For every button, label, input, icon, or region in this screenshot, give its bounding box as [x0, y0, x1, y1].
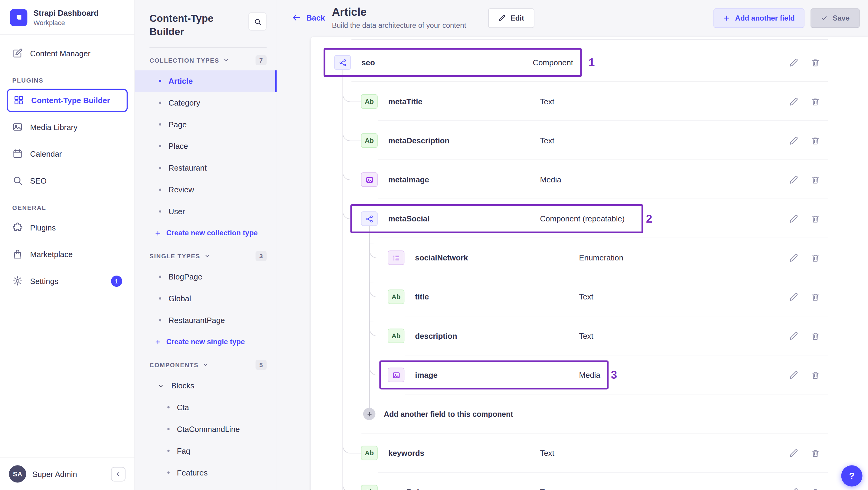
- edit-field-button[interactable]: [789, 331, 798, 341]
- field-name: image: [415, 370, 438, 379]
- delete-field-button[interactable]: [810, 97, 820, 106]
- collection-type-user[interactable]: User: [135, 201, 277, 222]
- edit-field-button[interactable]: [789, 58, 798, 67]
- single-type-restaurantpage[interactable]: RestaurantPage: [135, 309, 277, 331]
- sidebar-item-marketplace[interactable]: Marketplace: [7, 243, 128, 266]
- bullet-icon: [159, 210, 161, 212]
- edit-field-button[interactable]: [789, 253, 798, 262]
- pencil-icon: [789, 175, 798, 184]
- collection-type-place[interactable]: Place: [135, 135, 277, 157]
- field-row-metadescription[interactable]: Ab metaDescription Text: [311, 121, 868, 160]
- edit-field-button[interactable]: [789, 97, 798, 106]
- fields-panel: seo Component Ab metaTitle Text: [311, 37, 868, 490]
- bag-icon: [12, 249, 23, 259]
- create-single-type-link[interactable]: Create new single type: [149, 331, 267, 353]
- bullet-icon: [159, 123, 161, 125]
- sidebar-item-calendar[interactable]: Calendar: [7, 142, 128, 165]
- save-button[interactable]: Save: [810, 8, 860, 28]
- delete-field-button[interactable]: [810, 487, 820, 490]
- edit-label: Edit: [510, 14, 524, 22]
- group-label: SINGLE TYPES: [149, 252, 200, 259]
- create-collection-type-link[interactable]: Create new collection type: [149, 222, 267, 244]
- field-type: Text: [579, 332, 593, 341]
- delete-field-button[interactable]: [810, 253, 820, 262]
- collection-type-category[interactable]: Category: [135, 92, 277, 114]
- bullet-icon: [159, 102, 161, 104]
- delete-field-button[interactable]: [810, 58, 820, 67]
- field-type: Text: [540, 97, 554, 106]
- search-icon: [253, 18, 261, 25]
- main-nav: Content Manager PLUGINS Content-Type Bui…: [0, 34, 134, 457]
- search-content-types-button[interactable]: [248, 12, 267, 31]
- edit-field-button[interactable]: [789, 370, 798, 379]
- edit-field-button[interactable]: [789, 175, 798, 184]
- delete-field-button[interactable]: [810, 370, 820, 379]
- collection-type-review[interactable]: Review: [135, 179, 277, 201]
- add-another-field-button[interactable]: Add another field: [713, 8, 804, 28]
- field-row-metasocial[interactable]: metaSocial Component (repeatable): [311, 199, 868, 238]
- plus-icon: [366, 411, 372, 417]
- field-row-metarobots[interactable]: Ab metaRobots Text: [311, 472, 868, 490]
- field-row-metatitle[interactable]: Ab metaTitle Text: [311, 82, 868, 121]
- bullet-icon: [159, 276, 161, 278]
- delete-field-button[interactable]: [810, 448, 820, 458]
- sidebar-item-label: Marketplace: [30, 250, 73, 259]
- sidebar-item-media-library[interactable]: Media Library: [7, 115, 128, 139]
- edit-field-button[interactable]: [789, 292, 798, 302]
- row-actions: [789, 370, 820, 379]
- edit-field-button[interactable]: [789, 136, 798, 145]
- sidebar-item-label: Media Library: [30, 123, 78, 131]
- edit-button[interactable]: Edit: [488, 8, 534, 28]
- component-item-label: Features: [177, 468, 208, 477]
- collection-type-article[interactable]: Article: [135, 70, 277, 92]
- add-field-to-component-button[interactable]: [363, 408, 376, 420]
- field-row-title[interactable]: Ab title Text: [311, 277, 868, 316]
- help-button[interactable]: ?: [841, 465, 863, 486]
- field-name: metaRobots: [388, 488, 433, 490]
- delete-field-button[interactable]: [810, 214, 820, 223]
- sidebar-item-seo[interactable]: SEO: [7, 169, 128, 192]
- field-row-keywords[interactable]: Ab keywords Text: [311, 433, 868, 472]
- field-name: title: [415, 293, 429, 302]
- delete-field-button[interactable]: [810, 136, 820, 145]
- sidebar-item-plugins[interactable]: Plugins: [7, 216, 128, 239]
- component-item-faq[interactable]: Faq: [135, 440, 277, 462]
- single-type-global[interactable]: Global: [135, 288, 277, 309]
- edit-field-button[interactable]: [789, 448, 798, 458]
- row-actions: [789, 487, 820, 490]
- row-actions: [789, 448, 820, 458]
- back-link[interactable]: Back: [292, 13, 325, 22]
- collection-type-page[interactable]: Page: [135, 114, 277, 135]
- delete-field-button[interactable]: [810, 175, 820, 184]
- delete-field-button[interactable]: [810, 292, 820, 302]
- edit-field-button[interactable]: [789, 214, 798, 223]
- field-row-metaimage[interactable]: metaImage Media: [311, 160, 868, 199]
- trash-icon: [810, 214, 820, 223]
- edit-field-button[interactable]: [789, 487, 798, 490]
- single-type-blogpage[interactable]: BlogPage: [135, 266, 277, 288]
- sidebar-item-label: Settings: [30, 276, 58, 285]
- sidebar-item-content-manager[interactable]: Content Manager: [7, 42, 128, 65]
- collection-type-restaurant[interactable]: Restaurant: [135, 157, 277, 179]
- delete-field-button[interactable]: [810, 331, 820, 341]
- sidebar-item-settings[interactable]: Settings 1: [7, 270, 128, 293]
- ctb-sidebar: Content-Type Builder COLLECTION TYPES 7 …: [135, 0, 277, 490]
- field-row-socialnetwork[interactable]: socialNetwork Enumeration: [311, 238, 868, 277]
- collapse-sidebar-button[interactable]: [111, 467, 125, 481]
- component-item-cta[interactable]: Cta: [135, 397, 277, 418]
- chevron-down-icon: [204, 253, 210, 259]
- component-item-ctacommandline[interactable]: CtaCommandLine: [135, 418, 277, 440]
- sidebar-item-content-type-builder[interactable]: Content-Type Builder: [7, 89, 128, 112]
- component-category-blocks[interactable]: Blocks: [135, 375, 277, 397]
- field-row-description[interactable]: Ab description Text: [311, 316, 868, 356]
- collection-types-header[interactable]: COLLECTION TYPES 7: [149, 55, 267, 65]
- pencil-icon: [789, 370, 798, 379]
- single-types-header[interactable]: SINGLE TYPES 3: [149, 251, 267, 261]
- content-type-builder-icon: [13, 95, 24, 105]
- brand: Strapi Dashboard Workplace: [0, 0, 134, 34]
- add-field-to-component-row[interactable]: Add another field to this component: [311, 394, 868, 433]
- trash-icon: [810, 136, 820, 145]
- field-row-image[interactable]: image Media: [311, 356, 868, 394]
- component-item-features[interactable]: Features: [135, 462, 277, 483]
- components-header[interactable]: COMPONENTS 5: [149, 360, 267, 370]
